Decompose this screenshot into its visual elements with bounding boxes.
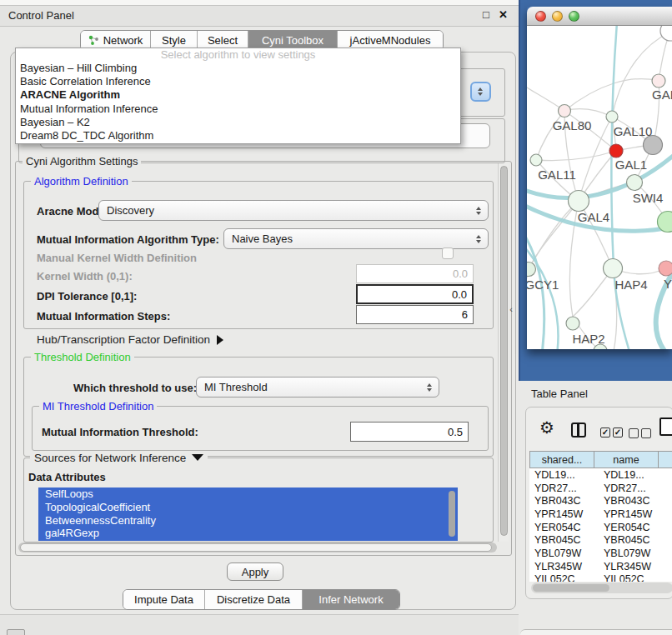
tab-impute-data-label: Impute Data [134,593,193,606]
export-table-icon[interactable] [659,418,672,436]
collapse-arrow-down-icon [192,454,203,461]
attribute-item[interactable]: gal4RGexp [38,527,458,540]
tab-infer-network[interactable]: Infer Network [303,590,399,609]
node-gal80[interactable] [559,105,571,118]
node-unlabeled-top[interactable] [660,26,672,41]
aracne-mode-combo[interactable]: Discovery [98,200,489,221]
manual-kernel-width-checkbox[interactable] [442,248,454,259]
table-row[interactable]: YDR27...YDR27...12 [529,482,672,495]
table-row[interactable]: YLR345WYLR345W9. [529,560,672,573]
select-checked-icon[interactable]: ✓ [613,428,623,438]
dropdown-item[interactable]: Mutual Information Inference [16,102,460,116]
node-gal11[interactable] [530,154,542,166]
select-unchecked-icon[interactable] [629,428,639,438]
table-row[interactable]: YBL079WYBL079W [529,547,672,560]
table-row[interactable]: YDL19...YDL19...13 [529,468,672,482]
hub-definition-expander[interactable]: Hub/Transcription Factor Definition [37,332,223,347]
settings-vscrollbar-thumb[interactable] [500,166,508,536]
dropdown-item[interactable]: Bayesian – Hill Climbing [16,62,460,75]
which-threshold-combo[interactable]: MI Threshold [196,377,439,398]
label-gal80: GAL80 [553,118,592,132]
dropdown-item[interactable]: Basic Correlation Inference [16,75,460,88]
node-hap2[interactable] [566,317,579,330]
kernel-width-field[interactable]: 0.0 [356,264,474,283]
table-panel-title: Table Panel [531,388,588,400]
algorithm-dropdown: Select algorithm to view settings Bayesi… [15,48,461,144]
column-header-shared-name[interactable]: shared... [530,451,594,468]
node-gal1-selected[interactable] [609,144,623,158]
label-hap4: HAP4 [614,278,647,292]
column-header-name[interactable]: name [594,451,659,468]
hub-definition-label: Hub/Transcription Factor Definition [37,333,210,346]
table-row[interactable]: YPR145WYPR145W9. [529,508,672,521]
select-checked-icon[interactable]: ✓ [600,428,610,438]
node-gcy1[interactable] [527,262,536,277]
minimized-panel-icon[interactable] [7,629,25,635]
mi-steps-field[interactable]: 6 [356,305,474,324]
table-row[interactable]: YBR043CYBR043C [529,494,672,508]
label-gal11: GAL11 [538,168,576,182]
float-panel-icon[interactable]: □ [483,8,489,21]
dpi-tolerance-field[interactable]: 0.0 [356,284,474,304]
settings-gear-icon[interactable]: ⚙ [539,419,554,436]
combo-stepper-icon [427,383,432,392]
network-canvas[interactable]: GAL80 GAL10 GAL1 GAL11 SWI4 GAL4 GCY1 HA… [527,26,672,349]
label-gal-partial: GAL [652,88,672,102]
sources-title: Sources for Network Inference [34,452,186,464]
dropdown-item[interactable]: Dream8 DC_TDC Algorithm [16,129,460,142]
table-row[interactable]: YIL052CYIL052C9 [529,573,672,582]
bottom-strip [0,614,519,635]
minimize-traffic-light[interactable] [552,11,563,22]
node-gal-partial[interactable] [652,74,665,88]
network-window-titlebar[interactable] [527,7,672,26]
column-header-partial[interactable] [659,451,672,468]
which-threshold-value: MI Threshold [204,381,268,393]
zoom-traffic-light[interactable] [569,11,579,22]
tab-impute-data[interactable]: Impute Data [123,590,205,609]
aracne-mode-value: Discovery [107,204,154,217]
mi-algorithm-type-value: Naive Bayes [232,232,293,245]
table-row[interactable]: YBR045CYBR045C9. [529,533,672,547]
settings-vscrollbar-track[interactable] [498,163,509,542]
node-hap4[interactable] [604,259,623,278]
select-unchecked-icon[interactable] [641,428,651,438]
mi-threshold-field[interactable]: 0.5 [350,422,469,442]
dropdown-item[interactable]: Bayesian – K2 [16,116,460,129]
settings-hscrollbar-thumb[interactable] [20,543,492,552]
attributes-vscrollbar-thumb[interactable] [449,491,455,537]
settings-hscrollbar-track[interactable] [18,542,497,552]
tab-discretize-data[interactable]: Discretize Data [205,590,303,609]
network-nodes [527,26,672,349]
dropdown-item-selected[interactable]: ARACNE Algorithm [16,88,460,102]
combo-stepper-icon [476,207,481,215]
apply-button[interactable]: Apply [227,562,283,581]
expander-arrow-right-icon [217,335,223,345]
node-swi4[interactable] [627,175,643,191]
close-panel-icon[interactable]: ✕ [499,8,508,21]
which-threshold-label: Which threshold to use: [73,382,197,394]
attribute-item[interactable]: TopologicalCoefficient [38,501,458,514]
combo-stepper-icon [478,88,483,96]
close-traffic-light[interactable] [535,11,546,22]
node-y-partial[interactable] [659,261,672,276]
table-row[interactable]: YER054CYER054C8. [529,521,672,534]
table-hscrollbar-track[interactable] [531,582,672,593]
top-strip [0,0,519,6]
node-gal4[interactable] [569,191,589,212]
split-panel-icon[interactable] [571,422,586,438]
attribute-item[interactable]: BetweennessCentrality [38,514,458,528]
sources-collapse-header[interactable]: Sources for Network Inference [30,451,208,464]
dropdown-prompt: Select algorithm to view settings [16,48,460,62]
attribute-item[interactable]: SelfLoops [38,488,458,501]
tab-infer-network-label: Infer Network [318,593,383,606]
bottom-right-strip [520,629,672,635]
table-body: YDL19...YDL19...13 YDR27...YDR27...12 YB… [529,468,672,582]
tab-style-label: Style [162,34,186,47]
mi-algorithm-type-combo[interactable]: Naive Bayes [223,228,489,249]
node-gal10[interactable] [606,111,618,122]
panel-collapse-handle[interactable]: ‹ [506,303,516,315]
algorithm-combo-focused-end[interactable] [470,82,491,102]
label-hap2: HAP2 [572,332,604,346]
table-hscrollbar-thumb[interactable] [533,584,609,592]
label-y-partial: Y [664,277,672,291]
